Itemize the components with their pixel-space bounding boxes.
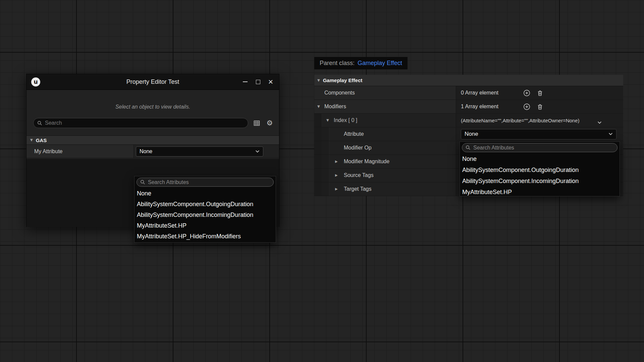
plus-circle-icon [523,89,530,97]
attribute-option-outgoing-duration[interactable]: AbilitySystemComponent.OutgoingDuration [135,199,276,209]
row-index-0: ▼ Index [ 0 ] (AttributeName="",Attribut… [314,114,623,127]
clear-array-button[interactable] [536,89,544,97]
row-label: Target Tags [314,186,371,192]
collapse-triangle-icon[interactable]: ▼ [326,119,329,122]
combo-selected-value: None [465,131,478,137]
search-input-box[interactable] [33,118,248,128]
search-icon [37,121,42,126]
category-label: GAS [36,137,47,143]
collapse-triangle-icon[interactable]: ▼ [317,105,320,108]
search-input[interactable] [45,120,244,126]
combo-selected-value: None [140,148,152,155]
attribute-option-outgoing-duration[interactable]: AbilitySystemComponent.OutgoingDuration [460,165,620,176]
close-button[interactable]: ✕ [264,75,277,88]
row-attribute: Attribute None [314,127,623,141]
attribute-picker-dropdown: None AbilitySystemComponent.OutgoingDura… [460,141,620,196]
maximize-icon [256,80,260,84]
trash-icon [537,104,543,110]
struct-preview-value: (AttributeName="",Attribute="",Attribute… [461,118,580,123]
parent-class-link[interactable]: Gameplay Effect [358,60,402,67]
row-label: Index [ 0 ] [314,117,357,123]
blueprint-grid-background: { "icons": { "collapse": "▼", "expand": … [0,0,644,362]
category-header-gameplay-effect[interactable]: ▼ Gameplay Effect [314,75,623,86]
expand-triangle-icon[interactable]: ▶ [335,187,338,191]
category-label: Gameplay Effect [323,77,363,83]
search-icon [140,180,145,185]
row-components: Components 0 Array element [314,86,623,100]
window-content: Select an object to view details. ⚙ ▼ GA… [26,90,279,227]
select-object-hint: Select an object to view details. [26,90,279,110]
expand-struct-button[interactable] [597,119,602,125]
row-label: Attribute [314,131,364,137]
parent-class-chip: Parent class: Gameplay Effect [314,57,408,69]
array-count: 1 Array element [461,104,498,110]
chevron-down-icon [597,121,602,124]
minimize-icon [243,81,248,82]
unreal-logo-icon: u [31,77,40,86]
row-label: Modifier Magnitude [314,159,389,165]
maximize-button[interactable] [252,75,264,88]
attribute-search-input[interactable] [148,179,270,185]
details-panel: ▼ Gameplay Effect Components 0 Array ele… [314,75,623,196]
category-header-gas[interactable]: ▼ GAS [26,135,279,145]
view-options-button[interactable] [252,118,261,128]
chevron-down-icon [255,150,260,153]
minimize-button[interactable] [239,75,252,88]
attribute-search-box[interactable] [462,143,618,152]
expand-triangle-icon[interactable]: ▶ [335,174,338,177]
row-label: Components [314,90,355,96]
trash-icon [537,90,543,97]
property-name-my-attribute: My Attribute [26,145,134,158]
attribute-combobox[interactable]: None [461,129,616,139]
attribute-option-none[interactable]: None [460,154,620,165]
collapse-triangle-icon[interactable]: ▼ [30,138,33,142]
attribute-picker-dropdown: None AbilitySystemComponent.OutgoingDura… [134,176,276,243]
add-element-button[interactable] [523,103,531,111]
attribute-search-input[interactable] [473,145,614,151]
settings-button[interactable]: ⚙ [265,118,274,128]
add-element-button[interactable] [523,89,531,97]
attribute-option-incoming-duration[interactable]: AbilitySystemComponent.IncomingDuration [135,209,276,220]
attribute-option-hp-hidefrommodifiers[interactable]: MyAttributeSet.HP_HideFromModifiers [135,231,276,242]
attribute-option-none[interactable]: None [135,188,276,199]
property-value-cell: None [134,145,279,158]
collapse-triangle-icon[interactable]: ▼ [317,79,320,82]
table-grid-icon [254,120,260,126]
property-editor-window: u Property Editor Test ✕ Select an objec… [26,74,279,227]
attribute-option-incoming-duration[interactable]: AbilitySystemComponent.IncomingDuration [460,176,620,187]
attribute-option-hp[interactable]: MyAttributeSet.HP [135,220,276,231]
gear-icon: ⚙ [267,120,273,127]
parent-class-label: Parent class: [320,60,355,67]
row-modifiers: ▼ Modifiers 1 Array element [314,100,623,114]
my-attribute-combobox[interactable]: None [136,146,263,157]
window-titlebar[interactable]: u Property Editor Test ✕ [26,74,279,90]
plus-circle-icon [523,103,530,110]
chevron-down-icon [608,133,613,135]
attribute-option-hp[interactable]: MyAttributeSet.HP [460,187,620,198]
row-label: Modifier Op [314,145,372,151]
search-icon [466,145,471,150]
row-label: Source Tags [314,172,374,178]
expand-triangle-icon[interactable]: ▶ [335,160,338,163]
clear-array-button[interactable] [536,103,544,111]
attribute-search-box[interactable] [137,178,274,187]
array-count: 0 Array element [461,90,498,96]
